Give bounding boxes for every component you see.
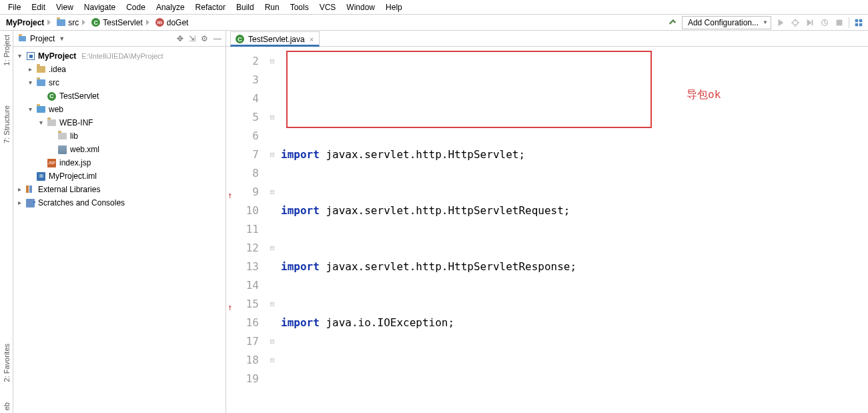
tree-scratches-label: Scratches and Consoles bbox=[38, 196, 125, 210]
tree-external-libs[interactable]: ▸ External Libraries bbox=[16, 183, 226, 196]
code-area[interactable]: 导包ok import javax.servlet.http.HttpServl… bbox=[277, 47, 868, 413]
menu-window[interactable]: Window bbox=[341, 1, 380, 13]
project-panel: Project ▼ ✥ ⇲ ⚙ — ▾ MyProject E:\Intelli… bbox=[13, 31, 226, 413]
editor-tab-label: TestServlet.java bbox=[248, 35, 305, 44]
crumb-src[interactable]: src bbox=[54, 17, 87, 27]
menu-help[interactable]: Help bbox=[380, 1, 408, 13]
tree-lib-label: lib bbox=[70, 129, 78, 143]
menu-navigate[interactable]: Navigate bbox=[79, 1, 121, 13]
crumb-project-label: MyProject bbox=[6, 18, 44, 27]
editor-body[interactable]: 2 3 4 5 6 7 8 9O↑ 10 11 12 13 14 15O↑ 16… bbox=[226, 47, 868, 413]
project-view-dropdown-icon[interactable]: ▼ bbox=[59, 35, 65, 42]
tree-web-label: web bbox=[49, 103, 63, 116]
main-container: Project ▼ ✥ ⇲ ⚙ — ▾ MyProject E:\Intelli… bbox=[13, 31, 868, 413]
crumb-src-label: src bbox=[68, 18, 79, 27]
navigation-bar: MyProject src C TestServlet m doGet Add … bbox=[0, 15, 868, 31]
menu-view[interactable]: View bbox=[51, 1, 79, 13]
tree-testservlet[interactable]: C TestServlet bbox=[16, 89, 226, 103]
kw-import: import bbox=[281, 260, 320, 273]
fold-marker[interactable]: ⊟ bbox=[268, 52, 277, 71]
annotation-text: 导包ok bbox=[687, 85, 721, 104]
code-text: javax.servlet.http.HttpServletRequest; bbox=[320, 204, 570, 217]
chevron-right-icon bbox=[47, 19, 51, 25]
fold-end-marker[interactable]: ⊟ bbox=[268, 239, 277, 258]
fold-end-marker[interactable]: ⊟ bbox=[268, 108, 277, 127]
profile-icon[interactable] bbox=[819, 17, 830, 28]
tree-root-label: MyProject bbox=[38, 49, 76, 63]
tree-extlib-label: External Libraries bbox=[38, 183, 100, 196]
tree-webinf-label: WEB-INF bbox=[59, 116, 93, 129]
editor-tabs: C TestServlet.java × bbox=[226, 31, 868, 47]
run-coverage-icon[interactable] bbox=[805, 17, 815, 28]
java-class-icon: C bbox=[235, 34, 245, 44]
tree-webxml-label: web.xml bbox=[70, 143, 99, 156]
toolwin-favorites[interactable]: 2: Favorites bbox=[3, 344, 11, 382]
run-icon[interactable] bbox=[775, 17, 786, 28]
tree-indexjsp[interactable]: JSP index.jsp bbox=[16, 156, 226, 169]
tree-lib[interactable]: lib bbox=[16, 129, 226, 143]
close-tab-icon[interactable]: × bbox=[310, 35, 314, 43]
crumb-project[interactable]: MyProject bbox=[4, 18, 53, 27]
project-tree: ▾ MyProject E:\IntelliJIEDA\MyProject ▸ … bbox=[13, 47, 226, 210]
main-menu-bar: File Edit View Navigate Code Analyze Ref… bbox=[0, 0, 868, 15]
tree-indexjsp-label: index.jsp bbox=[59, 156, 91, 169]
crumb-class-label: TestServlet bbox=[103, 18, 142, 27]
tree-scratches[interactable]: ▸ Scratches and Consoles bbox=[16, 196, 226, 210]
chevron-right-icon bbox=[82, 19, 85, 25]
svg-rect-9 bbox=[859, 19, 862, 21]
tree-webinf[interactable]: ▾ WEB-INF bbox=[16, 116, 226, 129]
crumb-class[interactable]: C TestServlet bbox=[89, 17, 151, 27]
update-project-icon[interactable] bbox=[853, 17, 864, 28]
menu-edit[interactable]: Edit bbox=[26, 1, 51, 13]
menu-build[interactable]: Build bbox=[231, 1, 260, 13]
crumb-method-label: doGet bbox=[167, 18, 189, 27]
fold-marker[interactable]: ⊟ bbox=[268, 183, 277, 201]
fold-marker[interactable]: ⊟ bbox=[268, 145, 277, 164]
left-tool-strip: 1: Project 7: Structure 2: Favorites eb bbox=[0, 31, 13, 413]
chevron-right-icon bbox=[146, 19, 149, 25]
project-view-title[interactable]: Project bbox=[30, 34, 55, 43]
expand-all-icon[interactable]: ⇲ bbox=[189, 34, 195, 43]
settings-gear-icon[interactable]: ⚙ bbox=[201, 34, 208, 43]
tree-root-path: E:\IntelliJIEDA\MyProject bbox=[81, 49, 163, 63]
menu-analyze[interactable]: Analyze bbox=[151, 1, 190, 13]
gutter: 2 3 4 5 6 7 8 9O↑ 10 11 12 13 14 15O↑ 16… bbox=[226, 47, 268, 413]
editor-area: C TestServlet.java × 2 3 4 5 6 7 8 9O↑ 1… bbox=[226, 31, 868, 413]
tree-idea[interactable]: ▸ .idea bbox=[16, 63, 226, 76]
crumb-method[interactable]: m doGet bbox=[153, 17, 191, 27]
separator bbox=[849, 17, 849, 28]
toolwin-structure[interactable]: 7: Structure bbox=[3, 105, 11, 143]
menu-tools[interactable]: Tools bbox=[285, 1, 314, 13]
tree-iml[interactable]: ⊞ MyProject.iml bbox=[16, 169, 226, 183]
run-config-dropdown[interactable]: Add Configuration... ▼ bbox=[682, 16, 771, 29]
kw-import: import bbox=[281, 316, 320, 329]
locate-icon[interactable]: ✥ bbox=[177, 34, 183, 43]
fold-end-marker[interactable]: ⊟ bbox=[268, 351, 277, 370]
menu-vcs[interactable]: VCS bbox=[314, 1, 342, 13]
annotation-box bbox=[286, 51, 652, 128]
tree-root[interactable]: ▾ MyProject E:\IntelliJIEDA\MyProject bbox=[16, 49, 226, 63]
tree-web[interactable]: ▾ web bbox=[16, 103, 226, 116]
fold-end-marker[interactable]: ⊟ bbox=[268, 332, 277, 351]
tree-webxml[interactable]: web.xml bbox=[16, 143, 226, 156]
editor-tab-testservlet[interactable]: C TestServlet.java × bbox=[230, 31, 320, 47]
svg-rect-7 bbox=[837, 19, 843, 25]
toolwin-project[interactable]: 1: Project bbox=[3, 35, 11, 65]
toolwin-web[interactable]: eb bbox=[3, 402, 11, 410]
tree-src[interactable]: ▾ src bbox=[16, 76, 226, 89]
svg-rect-11 bbox=[859, 23, 862, 25]
menu-code[interactable]: Code bbox=[121, 1, 151, 13]
fold-bar: ⊟ ⊟ ⊟ ⊟ ⊟ ⊟ ⊟ ⊟ bbox=[268, 47, 277, 413]
fold-marker[interactable]: ⊟ bbox=[268, 295, 277, 314]
build-icon[interactable] bbox=[667, 17, 678, 28]
menu-refactor[interactable]: Refactor bbox=[190, 1, 231, 13]
hide-panel-icon[interactable]: — bbox=[213, 34, 222, 43]
run-config-label: Add Configuration... bbox=[688, 18, 759, 27]
svg-rect-5 bbox=[812, 19, 813, 25]
menu-run[interactable]: Run bbox=[260, 1, 285, 13]
nav-right: Add Configuration... ▼ bbox=[667, 16, 864, 29]
project-panel-header: Project ▼ ✥ ⇲ ⚙ — bbox=[13, 31, 226, 47]
stop-icon[interactable] bbox=[834, 17, 845, 28]
debug-icon[interactable] bbox=[790, 17, 801, 28]
menu-file[interactable]: File bbox=[3, 1, 26, 13]
